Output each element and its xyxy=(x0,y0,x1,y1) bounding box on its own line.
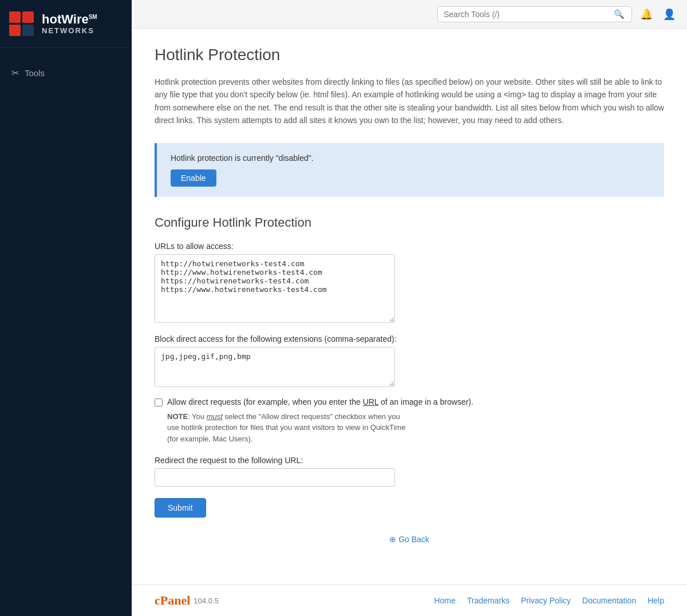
footer: cPanel 104.0.5 Home Trademarks Privacy P… xyxy=(132,585,687,616)
footer-link-documentation[interactable]: Documentation xyxy=(582,596,636,605)
go-back-link[interactable]: ⊕ Go Back xyxy=(389,535,429,544)
brand-name: hotWireSM xyxy=(42,13,97,26)
cpanel-logo-text: cPanel xyxy=(155,593,190,608)
urls-label: URLs to allow access: xyxy=(155,242,664,251)
cpanel-version: 104.0.5 xyxy=(194,597,218,605)
search-input[interactable] xyxy=(444,10,613,19)
go-back-row: ⊕ Go Back xyxy=(155,535,664,544)
footer-link-help[interactable]: Help xyxy=(647,596,664,605)
logo-text: hotWireSM NETWORKS xyxy=(42,13,97,35)
go-back-icon: ⊕ xyxy=(389,535,396,544)
footer-link-home[interactable]: Home xyxy=(434,596,455,605)
status-text: Hotlink protection is currently "disable… xyxy=(171,153,650,163)
page-title: Hotlink Protection xyxy=(155,46,664,64)
status-box: Hotlink protection is currently "disable… xyxy=(155,143,664,197)
allow-direct-checkbox[interactable] xyxy=(155,398,163,406)
note-text: NOTE: You must select the "Allow direct … xyxy=(167,411,408,445)
extensions-label: Block direct access for the following ex… xyxy=(155,334,664,343)
submit-button[interactable]: Submit xyxy=(155,498,206,518)
sidebar-item-tools[interactable]: ✂ Tools xyxy=(0,62,132,84)
search-box: 🔍 xyxy=(437,6,632,22)
footer-link-trademarks[interactable]: Trademarks xyxy=(467,596,510,605)
topbar: 🔍 🔔 👤 xyxy=(132,0,687,29)
allow-direct-label[interactable]: Allow direct requests (for example, when… xyxy=(167,397,473,406)
go-back-label: Go Back xyxy=(398,535,429,544)
search-icon-button[interactable]: 🔍 xyxy=(613,9,626,19)
sidebar-nav: ✂ Tools xyxy=(0,48,132,98)
redirect-input[interactable] xyxy=(155,468,395,487)
content-body: Hotlink Protection Hotlink protection pr… xyxy=(132,29,687,585)
logo-sq-br xyxy=(22,25,34,36)
urls-textarea[interactable]: http://hotwirenetworks-test4.com http://… xyxy=(155,254,395,323)
logo-icon xyxy=(9,11,34,36)
brand-networks: NETWORKS xyxy=(42,26,97,35)
user-account-button[interactable]: 👤 xyxy=(661,6,678,23)
footer-logo: cPanel 104.0.5 xyxy=(155,593,219,608)
tools-icon: ✂ xyxy=(11,68,19,78)
redirect-label: Redirect the request to the following UR… xyxy=(155,456,664,465)
logo-sq-tr xyxy=(22,11,34,23)
direct-requests-row: Allow direct requests (for example, when… xyxy=(155,397,664,406)
logo-sq-bl xyxy=(9,25,21,36)
main-area: 🔍 🔔 👤 Hotlink Protection Hotlink protect… xyxy=(132,0,687,616)
sidebar-item-label: Tools xyxy=(25,68,45,78)
sidebar: hotWireSM NETWORKS ✂ Tools xyxy=(0,0,132,616)
footer-links: Home Trademarks Privacy Policy Documenta… xyxy=(434,596,664,605)
description-text: Hotlink protection prevents other websit… xyxy=(155,76,664,127)
footer-link-privacy[interactable]: Privacy Policy xyxy=(521,596,571,605)
configure-title: Configure Hotlink Protection xyxy=(155,215,664,230)
sidebar-logo: hotWireSM NETWORKS xyxy=(0,0,132,48)
enable-button[interactable]: Enable xyxy=(171,169,216,187)
notifications-button[interactable]: 🔔 xyxy=(638,6,655,23)
logo-sq-tl xyxy=(9,11,21,23)
extensions-textarea[interactable]: jpg,jpeg,gif,png,bmp xyxy=(155,347,395,387)
